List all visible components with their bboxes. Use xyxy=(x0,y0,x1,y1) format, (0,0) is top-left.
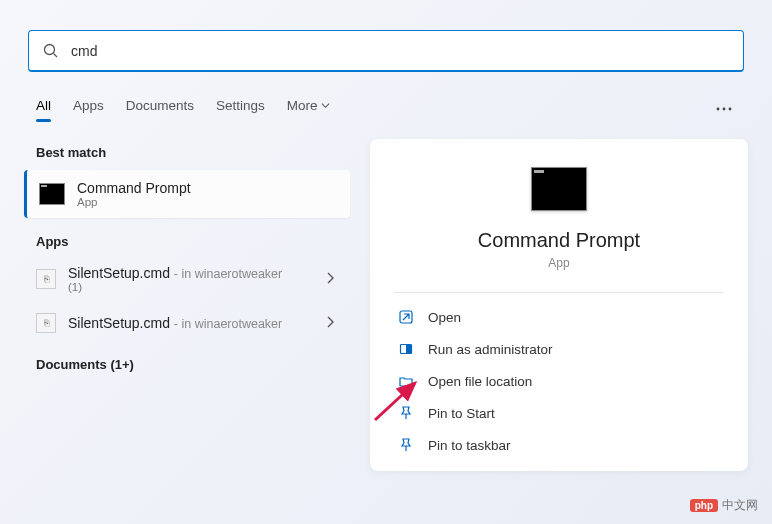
search-box[interactable] xyxy=(28,30,744,72)
action-open[interactable]: Open xyxy=(394,301,724,333)
action-pin-start[interactable]: Pin to Start xyxy=(394,397,724,429)
action-label: Pin to Start xyxy=(428,406,495,421)
chevron-right-icon xyxy=(326,316,334,328)
action-label: Pin to taskbar xyxy=(428,438,511,453)
result-subtitle: App xyxy=(77,196,338,208)
results-pane: Best match Command Prompt App Apps ⎘ Sil… xyxy=(24,139,350,471)
script-file-icon: ⎘ xyxy=(36,313,56,333)
ellipsis-icon xyxy=(716,107,732,111)
result-silentsetup-2[interactable]: ⎘ SilentSetup.cmd - in winaerotweaker xyxy=(24,303,350,343)
shield-icon xyxy=(399,342,413,356)
expand-chevron[interactable] xyxy=(322,314,338,332)
preview-pane: Command Prompt App Open Run as administr… xyxy=(370,139,748,471)
search-icon xyxy=(43,43,59,59)
result-title: SilentSetup.cmd - in winaerotweaker xyxy=(68,265,322,281)
tab-documents[interactable]: Documents xyxy=(126,90,194,121)
tab-all[interactable]: All xyxy=(36,90,51,121)
pin-icon xyxy=(399,406,413,420)
svg-point-0 xyxy=(45,44,55,54)
watermark-text: 中文网 xyxy=(722,497,758,514)
svg-line-1 xyxy=(54,53,58,57)
action-run-admin[interactable]: Run as administrator xyxy=(394,333,724,365)
action-label: Open file location xyxy=(428,374,532,389)
result-command-prompt[interactable]: Command Prompt App xyxy=(24,170,350,218)
section-documents: Documents (1+) xyxy=(24,351,350,378)
open-icon xyxy=(399,310,413,324)
command-prompt-icon xyxy=(39,183,65,205)
tab-more[interactable]: More xyxy=(287,90,330,121)
tab-settings[interactable]: Settings xyxy=(216,90,265,121)
action-open-location[interactable]: Open file location xyxy=(394,365,724,397)
watermark: php 中文网 xyxy=(690,497,758,514)
watermark-badge: php xyxy=(690,499,718,512)
pin-icon xyxy=(399,438,413,452)
result-title: SilentSetup.cmd - in winaerotweaker xyxy=(68,315,322,331)
section-best-match: Best match xyxy=(24,139,350,166)
expand-chevron[interactable] xyxy=(322,270,338,288)
svg-point-4 xyxy=(729,107,732,110)
result-silentsetup-1[interactable]: ⎘ SilentSetup.cmd - in winaerotweaker (1… xyxy=(24,255,350,303)
action-pin-taskbar[interactable]: Pin to taskbar xyxy=(394,429,724,461)
search-input[interactable] xyxy=(71,43,729,59)
tab-apps[interactable]: Apps xyxy=(73,90,104,121)
result-title: Command Prompt xyxy=(77,180,338,196)
chevron-down-icon xyxy=(321,101,330,110)
filter-tabs: All Apps Documents Settings More xyxy=(0,86,772,121)
preview-subtitle: App xyxy=(394,256,724,270)
svg-point-3 xyxy=(723,107,726,110)
folder-icon xyxy=(399,374,413,388)
more-options-button[interactable] xyxy=(712,93,736,119)
result-subtitle: (1) xyxy=(68,281,322,293)
action-label: Run as administrator xyxy=(428,342,553,357)
action-label: Open xyxy=(428,310,461,325)
preview-app-icon xyxy=(531,167,587,211)
svg-point-2 xyxy=(717,107,720,110)
divider xyxy=(394,292,724,293)
chevron-right-icon xyxy=(326,272,334,284)
section-apps: Apps xyxy=(24,228,350,255)
script-file-icon: ⎘ xyxy=(36,269,56,289)
preview-title: Command Prompt xyxy=(394,229,724,252)
svg-rect-7 xyxy=(406,345,412,354)
